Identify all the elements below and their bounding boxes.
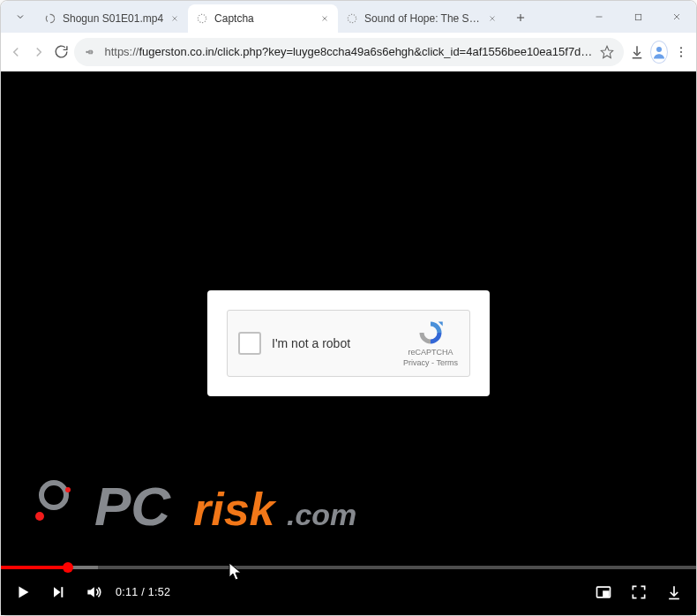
- download-button[interactable]: [661, 579, 687, 605]
- svg-point-23: [680, 55, 682, 56]
- watermark: PC risk .com: [26, 463, 396, 555]
- tab-title: Sound of Hope: The Story o…: [364, 12, 481, 25]
- window-controls: [580, 1, 696, 33]
- player-controls: 0:11 / 1:52: [1, 569, 696, 615]
- site-icon: [195, 11, 209, 26]
- site-info-icon[interactable]: [83, 45, 97, 59]
- browser-window: Shogun S01E01.mp4 Captcha Sound of Hop: [0, 0, 697, 616]
- chevron-down-icon: [15, 11, 26, 22]
- svg-rect-33: [61, 587, 63, 597]
- page-content: I'm not a robot reCAPTCHA Privacy - Term…: [1, 71, 696, 615]
- captcha-checkbox[interactable]: [238, 332, 261, 355]
- svg-point-21: [680, 47, 682, 49]
- captcha-label: I'm not a robot: [272, 336, 402, 350]
- address-bar[interactable]: https://fugerston.co.in/click.php?key=lu…: [74, 38, 624, 66]
- close-icon[interactable]: [169, 12, 181, 25]
- recaptcha-legal[interactable]: Privacy - Terms: [403, 358, 458, 367]
- volume-button[interactable]: [80, 579, 107, 605]
- svg-point-26: [35, 512, 44, 521]
- captcha-card: I'm not a robot reCAPTCHA Privacy - Term…: [207, 290, 490, 396]
- time-display: 0:11 / 1:52: [116, 586, 170, 598]
- progress-knob[interactable]: [63, 562, 73, 573]
- tab-item-active[interactable]: Captcha: [188, 4, 338, 33]
- recaptcha-brand-text: reCAPTCHA: [408, 348, 453, 357]
- new-tab-button[interactable]: [509, 6, 532, 29]
- svg-marker-31: [19, 587, 28, 598]
- progress-fill: [1, 566, 68, 569]
- next-button[interactable]: [45, 579, 71, 605]
- minimize-button[interactable]: [580, 4, 618, 30]
- svg-text:.com: .com: [287, 498, 356, 531]
- forward-button[interactable]: [29, 39, 49, 65]
- svg-point-27: [65, 487, 71, 492]
- svg-text:risk: risk: [193, 484, 278, 535]
- tabs: Shogun S01E01.mp4 Captcha Sound of Hop: [36, 1, 580, 33]
- svg-point-3: [198, 14, 206, 22]
- close-icon[interactable]: [319, 12, 331, 25]
- svg-text:PC: PC: [94, 476, 171, 537]
- svg-point-20: [656, 47, 662, 52]
- tab-item[interactable]: Sound of Hope: The Story o…: [338, 4, 506, 33]
- tab-title: Shogun S01E01.mp4: [63, 12, 163, 25]
- video-player-bar: 0:11 / 1:52: [1, 566, 696, 615]
- captcha-widget: I'm not a robot reCAPTCHA Privacy - Term…: [227, 310, 470, 377]
- svg-point-6: [348, 14, 356, 22]
- svg-marker-34: [87, 587, 94, 597]
- svg-point-22: [680, 50, 682, 52]
- svg-rect-36: [603, 591, 609, 596]
- svg-marker-24: [438, 322, 443, 327]
- svg-point-25: [41, 483, 66, 507]
- maximize-button[interactable]: [618, 4, 657, 30]
- profile-button[interactable]: [650, 41, 668, 64]
- tab-item[interactable]: Shogun S01E01.mp4: [36, 4, 188, 33]
- play-button[interactable]: [10, 579, 36, 605]
- recaptcha-icon: [417, 319, 444, 346]
- svg-point-0: [46, 14, 54, 22]
- fullscreen-button[interactable]: [626, 579, 652, 605]
- url-text: https://fugerston.co.in/click.php?key=lu…: [104, 45, 592, 58]
- svg-rect-12: [635, 14, 641, 19]
- tab-title: Captcha: [214, 12, 313, 25]
- svg-marker-32: [54, 587, 61, 597]
- close-icon[interactable]: [486, 12, 498, 25]
- tab-strip: Shogun S01E01.mp4 Captcha Sound of Hop: [1, 1, 696, 33]
- back-button[interactable]: [6, 39, 26, 65]
- downloads-button[interactable]: [627, 39, 647, 65]
- menu-button[interactable]: [671, 39, 691, 65]
- pip-button[interactable]: [590, 579, 617, 605]
- tab-search-button[interactable]: [8, 4, 33, 29]
- svg-marker-18: [602, 46, 613, 57]
- bookmark-icon[interactable]: [599, 44, 615, 60]
- spinner-icon: [43, 11, 57, 26]
- recaptcha-brand: reCAPTCHA Privacy - Terms: [402, 319, 459, 367]
- close-window-button[interactable]: [657, 4, 696, 30]
- progress-track[interactable]: [1, 566, 696, 569]
- site-icon: [345, 11, 359, 26]
- toolbar: https://fugerston.co.in/click.php?key=lu…: [1, 33, 696, 71]
- reload-button[interactable]: [52, 39, 71, 65]
